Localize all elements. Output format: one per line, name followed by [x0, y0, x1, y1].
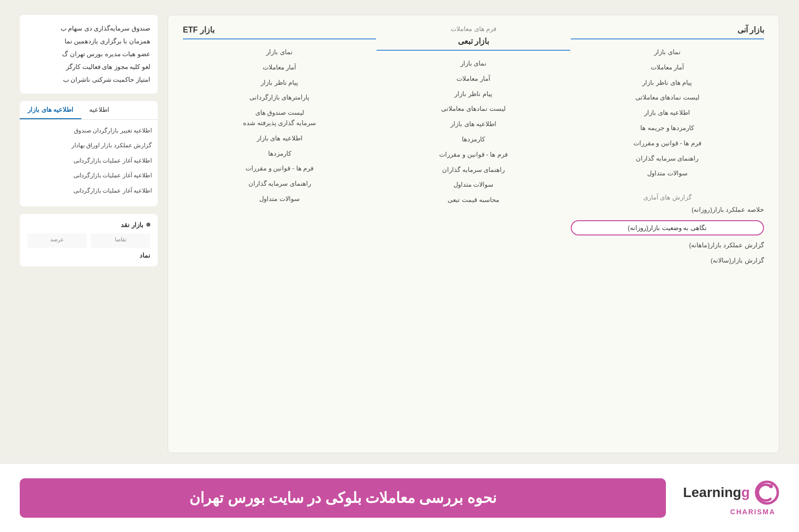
menu-item[interactable]: کارمزدها [462, 134, 485, 145]
news-list: اطلاعیه تغییر بازارگردان صندوق گزارش عمل… [20, 120, 158, 206]
svg-point-1 [769, 484, 773, 488]
supply-label: عرضه [30, 236, 84, 243]
menu-item[interactable]: کارمزدها و جریمه ها [640, 123, 694, 133]
charisma-text: CHARISMA [730, 508, 775, 516]
menu-item[interactable]: آمار معاملات [263, 63, 297, 73]
menu-item[interactable]: فرم ها - قوانین و مقررات [245, 164, 313, 174]
news-list-item[interactable]: اطلاعیه آغاز عملیات بازارگردانی [26, 156, 152, 166]
market-grid: تقاضا عرضه [27, 233, 150, 248]
news-line: همزمان با برگزاری یازدهمین نما [27, 35, 150, 48]
top-item-tabi: فرم های معاملات [451, 25, 496, 33]
menu-item[interactable]: پارامترهای بازارگردانی [249, 93, 310, 103]
menu-item[interactable]: اطلاعیه های بازار [257, 133, 303, 144]
menu-item[interactable]: سوالات متداول [647, 168, 688, 179]
menu-panel: بازار آنی نمای بازار آمار معاملات پیام ه… [168, 15, 779, 453]
charisma-logo-icon [755, 480, 779, 505]
news-list-item[interactable]: اطلاعیه تغییر بازارگردان صندوق [26, 126, 152, 135]
demand-cell: تقاضا [91, 233, 150, 248]
market-dot-icon [146, 223, 150, 227]
logo-row: Learningg [683, 480, 779, 505]
column-etf: بازار ETF نمای بازار آمار معاملات پیام ن… [183, 25, 376, 271]
news-list-item[interactable]: اطلاعیه آغاز عملیات بازارگردانی [26, 186, 152, 196]
menu-item[interactable]: کارمزدها [268, 149, 291, 159]
menu-item[interactable]: سوالات متداول [259, 194, 300, 204]
menu-item[interactable]: فرم ها - قوانین و مقررات [633, 138, 701, 149]
logo-area: Learningg CHARISMA [681, 480, 779, 516]
tabs-header: اطلاعیه های بازار اطلاعیه [20, 101, 158, 120]
news-line: عضو هیات مدیره بورس تهران گ [27, 48, 150, 61]
right-top-news: صندوق سرمایه‌گذاری دی سهام ب همزمان با ب… [20, 15, 158, 94]
menu-item[interactable]: نمای بازار [654, 47, 681, 58]
main-container: بازار آنی نمای بازار آمار معاملات پیام ه… [0, 0, 799, 532]
menu-item[interactable]: راهنمای سرمایه گذاران [248, 179, 311, 189]
news-line: امتیاز حاکمیت شرکتی ناشران ب [27, 73, 150, 86]
menu-item[interactable]: پیام های ناظر بازار [642, 78, 692, 88]
column-header-etf: بازار ETF [183, 25, 376, 39]
news-line: صندوق سرمایه‌گذاری دی سهام ب [27, 22, 150, 35]
title-banner: نحوه بررسی معاملات بلوکی در سایت بورس ته… [20, 478, 666, 518]
stats-title: گزارش های آماری [571, 194, 764, 201]
column-header-atf: بازار آنی [571, 25, 764, 39]
logo-text: Learningg [683, 485, 750, 500]
market-title: بازار نقد [27, 221, 150, 229]
menu-item[interactable]: نمای بازار [460, 59, 487, 69]
news-line: لغو کلیه مجوز های فعالیت کارگز [27, 61, 150, 73]
stats-item[interactable]: گزارش بازار(سالانه) [571, 256, 764, 266]
menu-item[interactable]: آمار معاملات [651, 63, 685, 73]
news-list-item[interactable]: اطلاعیه آغاز عملیات بازارگردانی [26, 170, 152, 180]
column-header-tabi: بازار تبعی [377, 36, 570, 51]
menu-item[interactable]: فرم ها - قوانین و مقررات [439, 150, 507, 160]
demand-label: تقاضا [94, 236, 147, 243]
menu-item[interactable]: پیام ناظر بازار [454, 89, 492, 100]
stats-item[interactable]: خلاصه عملکرد بازار(روزانه) [571, 205, 764, 215]
bottom-bar: Learningg CHARISMA نحوه بررسی معاملات بل… [0, 463, 799, 532]
content-area: بازار آنی نمای بازار آمار معاملات پیام ه… [0, 0, 799, 463]
menu-item[interactable]: لیست نمادهای معاملاتی [635, 93, 699, 103]
menu-item[interactable]: سوالات متداول [453, 180, 494, 190]
tab-market-news[interactable]: اطلاعیه های بازار [20, 101, 81, 119]
menu-item[interactable]: لیست نمادهای معاملاتی [441, 104, 505, 114]
menu-item[interactable]: آمار معاملات [456, 74, 490, 84]
column-tabi: فرم های معاملات بازار تبعی نمای بازار آم… [377, 25, 570, 271]
symbol-label: نماد [27, 252, 150, 259]
highlighted-stats-item[interactable]: نگاهی به وضعیت بازار(روزانه) [571, 220, 764, 235]
right-panel: صندوق سرمایه‌گذاری دی سهام ب همزمان با ب… [20, 15, 158, 453]
tab-news[interactable]: اطلاعیه [81, 101, 117, 119]
menu-item[interactable]: محاسبه قیمت تبعی [448, 195, 499, 205]
market-widget: بازار نقد تقاضا عرضه نماد [20, 214, 158, 266]
news-tabs-block: اطلاعیه های بازار اطلاعیه اطلاعیه تغییر … [20, 101, 158, 206]
title-banner-text: نحوه بررسی معاملات بلوکی در سایت بورس ته… [189, 489, 496, 506]
menu-item[interactable]: اطلاعیه های بازار [644, 108, 690, 118]
menu-item[interactable]: راهنمای سرمایه گذاران [442, 165, 505, 175]
menu-item[interactable]: اطلاعیه های بازار [451, 119, 496, 130]
news-list-item[interactable]: گزارش عملکرد بازار اوراق بهادار [26, 140, 152, 150]
menu-item[interactable]: نمای بازار [266, 47, 293, 58]
menu-item[interactable]: لیست صندوق هایسرمایه گذاری پذیرفته شده [243, 108, 316, 129]
supply-cell: عرضه [27, 233, 87, 248]
stats-item[interactable]: گزارش عملکرد بازار(ماهانه) [571, 240, 764, 251]
menu-columns: بازار آنی نمای بازار آمار معاملات پیام ه… [183, 25, 764, 271]
market-title-text: بازار نقد [121, 221, 143, 229]
menu-item[interactable]: راهنمای سرمایه گذاران [636, 154, 698, 164]
menu-item[interactable]: پیام ناظر بازار [261, 78, 298, 88]
column-atf: بازار آنی نمای بازار آمار معاملات پیام ه… [571, 25, 764, 271]
